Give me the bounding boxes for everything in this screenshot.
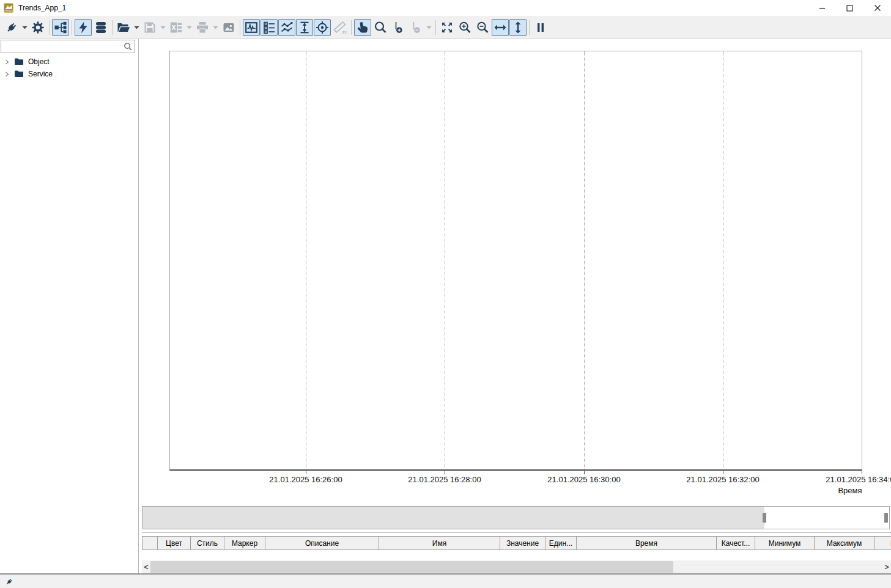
- minimize-button[interactable]: [808, 0, 836, 16]
- gridline: [584, 51, 585, 469]
- pause-icon: [533, 20, 548, 35]
- ruler-eu-icon: EU: [333, 20, 347, 35]
- chart-plot-area[interactable]: [169, 51, 862, 471]
- column-header-marker[interactable]: Маркер: [224, 536, 265, 550]
- remove-marker-dropdown-caret[interactable]: [425, 19, 433, 36]
- x-tick-label: 21.01.2025 16:32:00: [677, 475, 769, 484]
- search-icon: [124, 42, 133, 51]
- horizontal-arrow-icon: [493, 20, 508, 35]
- magnifier-icon: [373, 20, 388, 35]
- maximize-button[interactable]: [836, 0, 863, 16]
- save-button[interactable]: [141, 19, 158, 36]
- caret-down-icon: [187, 25, 192, 30]
- connect-button[interactable]: [3, 19, 20, 36]
- window-controls: [808, 0, 891, 16]
- open-dropdown-caret[interactable]: [133, 19, 141, 36]
- zoom-out-button[interactable]: [474, 19, 491, 36]
- vertical-range-icon: [297, 20, 312, 35]
- open-folder-icon: [116, 20, 131, 35]
- export-excel-button[interactable]: X: [168, 19, 185, 36]
- search-input[interactable]: [1, 40, 124, 53]
- pan-button[interactable]: [354, 19, 371, 36]
- fit-all-button[interactable]: [438, 19, 456, 36]
- chevron-right-icon[interactable]: [4, 59, 10, 65]
- column-header-name[interactable]: Имя: [379, 536, 500, 550]
- expand-arrows-icon: [440, 20, 454, 35]
- x-axis-tick: [723, 471, 723, 474]
- zoom-out-icon: [475, 20, 490, 35]
- column-header-value[interactable]: Значение: [500, 536, 545, 550]
- export-image-button[interactable]: [220, 19, 237, 36]
- legend-table-header: Цвет Стиль Маркер Описание Имя Значение …: [142, 536, 891, 550]
- plug-icon: [4, 20, 19, 35]
- column-header-description[interactable]: Описание: [265, 536, 379, 550]
- crosshair-button[interactable]: [314, 19, 331, 36]
- column-header-clipped[interactable]: К: [874, 536, 891, 550]
- time-range-selector[interactable]: [142, 506, 890, 529]
- range-handle-left[interactable]: [763, 513, 766, 523]
- settings-button[interactable]: [29, 19, 46, 36]
- toolbar-separator: [240, 20, 240, 35]
- close-button[interactable]: [863, 0, 891, 16]
- fit-horizontal-button[interactable]: [492, 19, 509, 36]
- scrollbar-thumb[interactable]: [150, 561, 673, 573]
- column-header-color[interactable]: Цвет: [158, 536, 191, 550]
- fit-vertical-button[interactable]: [509, 19, 527, 36]
- window-title: Trends_App_1: [18, 4, 66, 12]
- open-button[interactable]: [115, 19, 132, 36]
- svg-text:X: X: [171, 23, 176, 31]
- print-button[interactable]: [194, 19, 211, 36]
- x-axis-tick: [306, 471, 306, 474]
- print-dropdown-caret[interactable]: [212, 19, 220, 36]
- excel-dropdown-caret[interactable]: [185, 19, 193, 36]
- remove-marker-icon: [409, 20, 423, 35]
- column-header-select[interactable]: [142, 536, 158, 550]
- toolbar-separator: [72, 20, 72, 35]
- range-selected-region[interactable]: [142, 507, 764, 529]
- online-mode-button[interactable]: [75, 19, 92, 36]
- add-marker-button[interactable]: [390, 19, 407, 36]
- tree-panel-button[interactable]: [52, 19, 69, 36]
- curves-button[interactable]: [278, 19, 295, 36]
- close-icon: [874, 4, 881, 12]
- tree-item-object[interactable]: Object: [0, 56, 138, 68]
- save-icon: [142, 20, 157, 35]
- trend-panel-button[interactable]: [243, 19, 260, 36]
- connect-dropdown-caret[interactable]: [21, 19, 29, 36]
- legend-list-icon: [262, 20, 276, 35]
- range-handle-right[interactable]: [884, 513, 888, 523]
- image-icon: [221, 20, 236, 35]
- excel-icon: X: [169, 20, 183, 35]
- legend-panel-button[interactable]: [261, 19, 278, 36]
- value-scale-button[interactable]: [296, 19, 313, 36]
- gridline: [306, 51, 306, 469]
- scroll-left-arrow[interactable]: <: [142, 560, 150, 573]
- tree-item-service[interactable]: Service: [0, 68, 138, 80]
- trend-pulse-icon: [244, 20, 259, 35]
- eu-label: EU: [342, 30, 347, 34]
- database-button[interactable]: [92, 19, 109, 36]
- x-axis-tick: [862, 471, 862, 474]
- column-header-maximum[interactable]: Максимум: [815, 536, 874, 550]
- measure-eu-button[interactable]: EU: [331, 19, 349, 36]
- scroll-right-arrow[interactable]: >: [882, 560, 891, 573]
- column-header-units[interactable]: Един...: [545, 536, 577, 550]
- column-header-style[interactable]: Стиль: [191, 536, 224, 550]
- horizontal-scrollbar[interactable]: < >: [142, 560, 891, 573]
- toolbar-separator: [529, 20, 530, 35]
- pause-button[interactable]: [532, 19, 549, 36]
- titlebar: TRENDS Trends_App_1: [0, 0, 891, 16]
- gridline: [723, 51, 723, 469]
- zoom-tool-button[interactable]: [372, 19, 389, 36]
- crosshair-icon: [315, 20, 330, 35]
- zoom-in-button[interactable]: [456, 19, 473, 36]
- column-header-quality[interactable]: Качест...: [717, 536, 755, 550]
- trends-app-icon: TRENDS: [4, 3, 13, 13]
- folder-icon: [14, 57, 24, 66]
- save-dropdown-caret[interactable]: [159, 19, 167, 36]
- column-header-time[interactable]: Время: [577, 536, 717, 550]
- chevron-right-icon[interactable]: [4, 72, 10, 77]
- column-header-minimum[interactable]: Минимум: [755, 536, 815, 550]
- x-axis-title: Время: [826, 486, 874, 495]
- remove-marker-button[interactable]: [407, 19, 424, 36]
